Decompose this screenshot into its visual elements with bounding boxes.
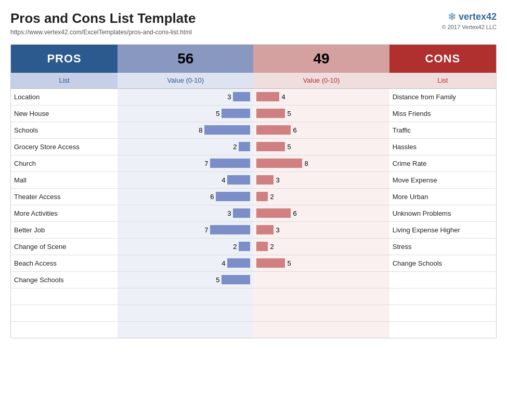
pros-item-label: Beach Access xyxy=(11,255,118,271)
header-left: Pros and Cons List Template https://www.… xyxy=(10,10,196,36)
pros-item-label: New House xyxy=(11,105,118,122)
pros-item-label: Grocery Store Access xyxy=(11,138,118,155)
pros-item-label: Location xyxy=(11,88,118,105)
pros-value-cell: 6 xyxy=(118,188,253,205)
pros-item-label xyxy=(11,288,118,305)
pros-value-cell xyxy=(118,305,253,321)
logo-row: ❄ vertex42 xyxy=(448,10,497,23)
cons-item-label: Change Schools xyxy=(389,255,496,271)
cons-value-cell xyxy=(253,321,389,338)
table-row: Change Schools 5 xyxy=(11,271,496,288)
table-row xyxy=(11,288,496,305)
table-row: Location 3 4 Distance from Family xyxy=(11,88,496,105)
table-row: Church 7 8 Crime Rate xyxy=(11,155,496,172)
pros-item-label: Change of Scene xyxy=(11,238,118,255)
copyright-text: © 2017 Vertex42 LLC xyxy=(442,24,497,30)
logo-area: ❄ vertex42 © 2017 Vertex42 LLC xyxy=(442,10,497,30)
table-row: Theater Access 6 2 More Urban xyxy=(11,188,496,205)
pros-score-cell: 56 xyxy=(118,45,253,73)
cons-value-cell: 3 xyxy=(253,221,389,238)
pros-header-cell: PROS xyxy=(11,45,118,73)
pros-value-cell: 7 xyxy=(118,221,253,238)
table-row xyxy=(11,321,496,338)
subheader-cons-list: List xyxy=(389,73,496,88)
logo-text: vertex42 xyxy=(459,11,497,22)
cons-value-cell: 5 xyxy=(253,138,389,155)
pros-value-cell: 5 xyxy=(118,271,253,288)
subheader-pros-list: List xyxy=(11,73,118,88)
cons-value-cell: 5 xyxy=(253,105,389,122)
pros-item-label xyxy=(11,305,118,321)
table-header-row: PROS 56 49 CONS xyxy=(11,45,496,73)
cons-item-label xyxy=(389,288,496,305)
table-row: Beach Access 4 5 Change Schools xyxy=(11,255,496,271)
cons-value-cell: 6 xyxy=(253,205,389,221)
page-title: Pros and Cons List Template xyxy=(10,10,196,27)
page-header: Pros and Cons List Template https://www.… xyxy=(10,10,497,36)
pros-item-label: Better Job xyxy=(11,221,118,238)
table-row: Change of Scene 2 2 Stress xyxy=(11,238,496,255)
table-row: Schools 8 6 Traffic xyxy=(11,122,496,138)
pros-item-label: Schools xyxy=(11,122,118,138)
cons-item-label: More Urban xyxy=(389,188,496,205)
subheader-pros-value: Value (0-10) xyxy=(118,73,253,88)
pros-value-cell: 5 xyxy=(118,105,253,122)
pros-item-label: Mall xyxy=(11,172,118,188)
cons-value-cell: 3 xyxy=(253,172,389,188)
pros-item-label: More Activities xyxy=(11,205,118,221)
cons-value-cell xyxy=(253,288,389,305)
pros-value-cell xyxy=(118,288,253,305)
main-table-container: PROS 56 49 CONS List Value (0-10) Value … xyxy=(10,44,497,338)
cons-item-label: Miss Friends xyxy=(389,105,496,122)
cons-header-cell: CONS xyxy=(389,45,496,73)
cons-score-cell: 49 xyxy=(253,45,389,73)
pros-value-cell: 3 xyxy=(118,88,253,105)
cons-value-cell xyxy=(253,305,389,321)
cons-value-cell: 5 xyxy=(253,255,389,271)
pros-value-cell xyxy=(118,321,253,338)
cons-item-label: Living Expense Higher xyxy=(389,221,496,238)
pros-value-cell: 8 xyxy=(118,122,253,138)
cons-value-cell: 4 xyxy=(253,88,389,105)
table-row: More Activities 3 6 Unknown Problems xyxy=(11,205,496,221)
cons-item-label: Stress xyxy=(389,238,496,255)
cons-value-cell: 2 xyxy=(253,188,389,205)
cons-item-label xyxy=(389,305,496,321)
cons-value-cell: 6 xyxy=(253,122,389,138)
cons-item-label: Hassles xyxy=(389,138,496,155)
pros-value-cell: 2 xyxy=(118,238,253,255)
cons-item-label: Distance from Family xyxy=(389,88,496,105)
pros-item-label xyxy=(11,321,118,338)
table-row: Mall 4 3 Move Expense xyxy=(11,172,496,188)
pros-item-label: Theater Access xyxy=(11,188,118,205)
cons-value-cell: 8 xyxy=(253,155,389,172)
cons-item-label xyxy=(389,271,496,288)
cons-item-label: Crime Rate xyxy=(389,155,496,172)
subheader-cons-value: Value (0-10) xyxy=(253,73,389,88)
page-url[interactable]: https://www.vertex42.com/ExcelTemplates/… xyxy=(10,29,196,36)
table-row: Grocery Store Access 2 5 Hassles xyxy=(11,138,496,155)
table-row: New House 5 5 Miss Friends xyxy=(11,105,496,122)
pros-item-label: Church xyxy=(11,155,118,172)
cons-item-label: Move Expense xyxy=(389,172,496,188)
pros-item-label: Change Schools xyxy=(11,271,118,288)
table-row: Better Job 7 3 Living Expense Higher xyxy=(11,221,496,238)
pros-value-cell: 7 xyxy=(118,155,253,172)
pros-value-cell: 3 xyxy=(118,205,253,221)
cons-value-cell: 2 xyxy=(253,238,389,255)
table-subheader-row: List Value (0-10) Value (0-10) List xyxy=(11,73,496,88)
cons-item-label: Unknown Problems xyxy=(389,205,496,221)
pros-value-cell: 2 xyxy=(118,138,253,155)
cons-item-label: Traffic xyxy=(389,122,496,138)
pros-value-cell: 4 xyxy=(118,255,253,271)
table-row xyxy=(11,305,496,321)
cons-value-cell xyxy=(253,271,389,288)
logo-icon: ❄ xyxy=(448,10,457,23)
pros-cons-table: PROS 56 49 CONS List Value (0-10) Value … xyxy=(11,45,496,338)
pros-value-cell: 4 xyxy=(118,172,253,188)
cons-item-label xyxy=(389,321,496,338)
